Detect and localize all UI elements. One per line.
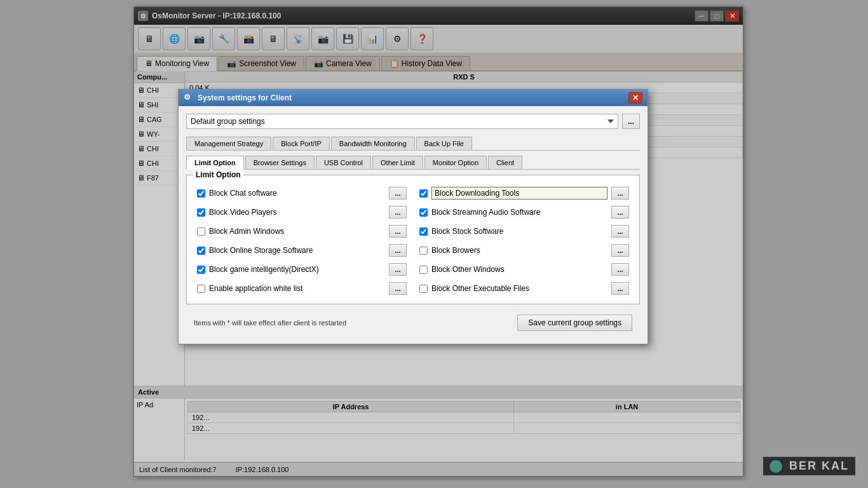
dialog-icon: ⚙ [184, 93, 194, 103]
tab-bandwidth-monitoring[interactable]: Bandwidth Monitoring [331, 137, 415, 150]
option-block-stock: Block Stock Software ... [419, 225, 629, 238]
dialog-title: System settings for Client [198, 93, 628, 102]
options-left: Block Chat software ... Block Video Play… [197, 187, 407, 297]
checkbox-block-exe[interactable] [419, 285, 428, 293]
label-block-other-windows: Block Other Windows [431, 265, 607, 274]
btn-block-video[interactable]: ... [389, 206, 407, 219]
checkbox-block-admin[interactable] [197, 227, 205, 236]
label-block-video: Block Video Players [209, 208, 385, 217]
label-whitelist: Enable application white list [209, 284, 385, 293]
option-block-video: Block Video Players ... [197, 206, 407, 219]
btn-block-other-windows[interactable]: ... [611, 263, 629, 276]
dialog-close-button[interactable]: ✕ [628, 92, 642, 104]
tab-management-strategy[interactable]: Management Strategy [186, 137, 271, 150]
label-block-stock: Block Stock Software [431, 227, 607, 236]
group-settings-row: Default group settings ... [186, 114, 640, 129]
label-block-download: Block Downloading Tools [431, 187, 607, 200]
checkbox-block-download[interactable] [419, 189, 428, 198]
btn-block-admin[interactable]: ... [389, 225, 407, 238]
option-block-download: Block Downloading Tools ... [419, 187, 629, 200]
option-block-chat: Block Chat software ... [197, 187, 407, 200]
tab-client[interactable]: Client [488, 156, 522, 169]
option-block-admin: Block Admin Windows ... [197, 225, 407, 238]
tab-back-up-file[interactable]: Back Up File [416, 137, 472, 150]
tab-other-limit[interactable]: Other Limit [372, 156, 423, 169]
dialog-tab-row-1: Management Strategy Block Port/IP Bandwi… [186, 137, 640, 151]
dialog-titlebar: ⚙ System settings for Client ✕ [179, 90, 648, 106]
checkbox-block-game[interactable] [197, 266, 205, 274]
panel-title: Limit Option [193, 170, 243, 179]
group-settings-dropdown[interactable]: Default group settings [186, 114, 618, 129]
dialog-tab-row-2: Limit Option Browser Settings USB Contro… [186, 156, 640, 170]
btn-block-storage[interactable]: ... [389, 244, 407, 257]
btn-block-streaming[interactable]: ... [611, 206, 629, 219]
btn-block-stock[interactable]: ... [611, 225, 629, 238]
options-grid: Block Chat software ... Block Video Play… [197, 187, 629, 297]
btn-whitelist[interactable]: ... [389, 282, 407, 295]
options-right: Block Downloading Tools ... Block Stream… [419, 187, 629, 297]
label-block-browsers: Block Browers [431, 246, 607, 255]
dialog-footer: Items with * will take effect after clie… [186, 309, 640, 336]
btn-block-chat[interactable]: ... [389, 187, 407, 200]
label-block-game: Block game intelligently(DirectX) [209, 265, 385, 274]
btn-block-download[interactable]: ... [611, 187, 629, 200]
label-block-storage: Block Online Storage Software [209, 246, 385, 255]
dialog-body: Default group settings ... Management St… [179, 106, 648, 344]
option-block-storage: Block Online Storage Software ... [197, 244, 407, 257]
btn-block-browsers[interactable]: ... [611, 244, 629, 257]
btn-block-exe[interactable]: ... [611, 282, 629, 295]
limit-option-panel: Limit Option Block Chat software ... Blo… [186, 175, 640, 304]
option-block-streaming: Block Streaming Audio Software ... [419, 206, 629, 219]
label-block-chat: Block Chat software [209, 189, 385, 198]
label-block-streaming: Block Streaming Audio Software [431, 208, 607, 217]
tab-monitor-option[interactable]: Monitor Option [424, 156, 487, 169]
checkbox-block-stock[interactable] [419, 227, 428, 236]
tab-block-port-ip[interactable]: Block Port/IP [273, 137, 330, 150]
btn-block-game[interactable]: ... [389, 263, 407, 276]
label-block-admin: Block Admin Windows [209, 227, 385, 236]
checkbox-block-other-windows[interactable] [419, 266, 428, 274]
checkbox-block-streaming[interactable] [419, 208, 428, 217]
option-block-browsers: Block Browers ... [419, 244, 629, 257]
checkbox-block-video[interactable] [197, 208, 205, 217]
footer-note: Items with * will take effect after clie… [194, 319, 510, 327]
checkbox-block-browsers[interactable] [419, 247, 428, 255]
option-block-exe: Block Other Executable Files ... [419, 282, 629, 295]
tab-browser-settings[interactable]: Browser Settings [245, 156, 315, 169]
group-settings-ellipsis-button[interactable]: ... [622, 114, 640, 129]
option-block-other-windows: Block Other Windows ... [419, 263, 629, 276]
save-button[interactable]: Save current group settings [517, 315, 632, 331]
tab-usb-control[interactable]: USB Control [316, 156, 371, 169]
option-whitelist: Enable application white list ... [197, 282, 407, 295]
option-block-game: Block game intelligently(DirectX) ... [197, 263, 407, 276]
label-block-exe: Block Other Executable Files [431, 284, 607, 293]
checkbox-block-storage[interactable] [197, 247, 205, 255]
checkbox-whitelist[interactable] [197, 285, 205, 293]
checkbox-block-chat[interactable] [197, 189, 205, 198]
system-settings-dialog: ⚙ System settings for Client ✕ Default g… [178, 89, 648, 344]
tab-limit-option[interactable]: Limit Option [186, 156, 244, 170]
